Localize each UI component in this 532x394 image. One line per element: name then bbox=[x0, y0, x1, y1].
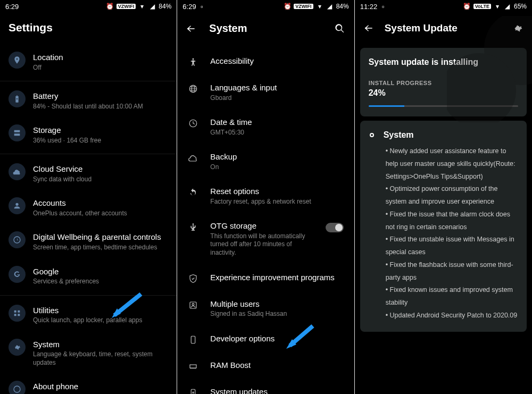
settings-item-location[interactable]: LocationOff bbox=[0, 45, 177, 79]
page-title: System Update bbox=[385, 22, 501, 34]
settings-item-system[interactable]: SystemLanguage & keyboard, time, reset, … bbox=[0, 332, 177, 374]
svg-rect-9 bbox=[190, 365, 196, 368]
item-title: Backup bbox=[210, 152, 343, 162]
system-list: Accessibility Languages & inputGboard Da… bbox=[177, 44, 354, 394]
item-subtitle: Quick launch, app locker, parallel apps bbox=[33, 316, 168, 325]
settings-item-storage[interactable]: Storage36% used · 164 GB free bbox=[0, 118, 177, 152]
system-item-accessibility[interactable]: Accessibility bbox=[177, 48, 354, 75]
changelog-section-title: System bbox=[384, 130, 414, 140]
usb-icon bbox=[188, 222, 198, 232]
item-subtitle: Signed in as Sadiq Hassan bbox=[210, 310, 343, 318]
svg-point-1 bbox=[14, 386, 20, 392]
changelog-list: • Newly added user assistance feature to… bbox=[368, 145, 519, 322]
page-title: Settings bbox=[0, 13, 177, 45]
changelog-item: • Newly added user assistance feature to… bbox=[386, 145, 519, 183]
install-progress-card: System update is installing INSTALL PROG… bbox=[360, 48, 527, 116]
back-icon[interactable] bbox=[363, 23, 374, 33]
accounts-icon bbox=[9, 197, 26, 214]
battery-percent: 84% bbox=[159, 3, 171, 10]
item-subtitle: Services & preferences bbox=[33, 278, 168, 286]
system-item-updates[interactable]: System updates bbox=[177, 379, 354, 394]
status-time: 6:29 bbox=[182, 3, 196, 11]
header: System bbox=[177, 13, 354, 44]
settings-item-cloud[interactable]: Cloud ServiceSync data with cloud bbox=[0, 156, 177, 190]
settings-item-battery[interactable]: Battery84% - Should last until about 10:… bbox=[0, 83, 177, 118]
changelog-item: • Optimized power consumption of the sys… bbox=[386, 183, 519, 208]
wifi-icon: ▾ bbox=[494, 3, 501, 10]
back-icon[interactable] bbox=[186, 23, 196, 34]
changelog-item: • Fixed the flashback issue with some th… bbox=[386, 259, 519, 284]
item-title: Battery bbox=[33, 91, 168, 102]
item-title: RAM Boost bbox=[210, 360, 343, 371]
system-item-reset[interactable]: Reset optionsFactory reset, apps & netwo… bbox=[177, 179, 354, 213]
system-item-backup[interactable]: BackupOn bbox=[177, 144, 354, 179]
network-badge: VoLTE bbox=[473, 4, 491, 9]
utilities-icon bbox=[9, 305, 26, 322]
reset-icon bbox=[188, 187, 198, 198]
system-item-ram[interactable]: RAM Boost bbox=[177, 353, 354, 379]
system-item-developer[interactable]: Developer options bbox=[177, 326, 354, 353]
changelog-item: • Fixed the issue that the alarm clock d… bbox=[386, 208, 519, 234]
item-subtitle: Factory reset, apps & network reset bbox=[210, 198, 343, 206]
item-subtitle: OnePlus account, other accounts bbox=[33, 209, 168, 218]
item-title: Languages & input bbox=[210, 82, 343, 93]
gear-icon[interactable] bbox=[512, 22, 523, 34]
settings-panel: 6:29 ⏰ VZWIFI ▾ ◢ 84% Settings LocationO… bbox=[0, 0, 177, 394]
settings-item-accounts[interactable]: AccountsOnePlus account, other accounts bbox=[0, 190, 177, 224]
changelog-item: • Fixed known issues and improved system… bbox=[386, 284, 519, 309]
item-subtitle: Screen time, app timers, bedtime schedul… bbox=[33, 244, 168, 252]
settings-item-utilities[interactable]: UtilitiesQuick launch, app locker, paral… bbox=[0, 298, 177, 332]
ram-icon bbox=[188, 361, 198, 372]
signal-icon: ◢ bbox=[148, 3, 156, 10]
item-subtitle: GMT+05:30 bbox=[210, 129, 343, 137]
item-subtitle: Off bbox=[33, 64, 168, 72]
users-icon bbox=[188, 300, 198, 311]
location-icon bbox=[9, 52, 26, 69]
item-title: About phone bbox=[33, 381, 168, 392]
system-item-users[interactable]: Multiple usersSigned in as Sadiq Hassan bbox=[177, 291, 354, 326]
item-title: Developer options bbox=[210, 333, 343, 344]
signal-icon: ◢ bbox=[504, 3, 511, 10]
progress-bar bbox=[369, 105, 518, 107]
item-subtitle: 84% - Should last until about 10:00 AM bbox=[33, 103, 168, 111]
cloud-icon bbox=[9, 163, 26, 180]
changelog-card: System • Newly added user assistance fea… bbox=[360, 121, 527, 332]
shield-icon bbox=[188, 273, 198, 284]
alarm-icon: ⏰ bbox=[463, 3, 471, 10]
otg-toggle[interactable] bbox=[326, 223, 344, 232]
status-bar: 6:29 ▫ ⏰ VZWIFI ▾ ◢ 84% bbox=[177, 0, 354, 13]
item-title: Multiple users bbox=[210, 299, 343, 309]
globe-icon bbox=[188, 83, 198, 94]
screenshot-icon: ▫ bbox=[198, 3, 206, 10]
system-panel: 6:29 ▫ ⏰ VZWIFI ▾ ◢ 84% System Accessibi… bbox=[177, 0, 354, 394]
item-title: System updates bbox=[210, 387, 343, 394]
google-icon bbox=[9, 266, 26, 283]
wifi-icon: ▾ bbox=[138, 3, 146, 10]
accessibility-icon bbox=[188, 57, 198, 68]
progress-value: 24% bbox=[369, 88, 518, 98]
system-item-languages[interactable]: Languages & inputGboard bbox=[177, 75, 354, 110]
battery-icon bbox=[9, 90, 26, 107]
settings-item-about[interactable]: About phoneOnePlus 7T bbox=[0, 374, 177, 394]
system-item-otg[interactable]: OTG storageThis function will be automat… bbox=[177, 213, 354, 264]
storage-icon bbox=[9, 124, 26, 141]
alarm-icon: ⏰ bbox=[106, 3, 114, 10]
search-icon[interactable] bbox=[334, 23, 346, 35]
progress-label: INSTALL PROGRESS bbox=[369, 80, 518, 86]
battery-percent: 84% bbox=[336, 3, 349, 10]
item-subtitle: Language & keyboard, time, reset, system… bbox=[33, 350, 168, 367]
settings-item-wellbeing[interactable]: Digital Wellbeing & parental controlsScr… bbox=[0, 224, 177, 258]
update-icon bbox=[188, 388, 198, 394]
item-subtitle: On bbox=[210, 163, 343, 172]
status-bar: 6:29 ⏰ VZWIFI ▾ ◢ 84% bbox=[0, 0, 177, 13]
divider bbox=[0, 295, 177, 296]
item-title: Google bbox=[33, 266, 168, 277]
system-item-experience[interactable]: Experience improvement programs bbox=[177, 265, 354, 291]
item-title: System bbox=[33, 339, 168, 350]
page-title: System bbox=[209, 22, 321, 35]
battery-percent: 65% bbox=[514, 3, 527, 10]
notification-icon: ▫ bbox=[379, 3, 387, 10]
item-subtitle: Gboard bbox=[210, 94, 343, 103]
system-item-datetime[interactable]: Date & timeGMT+05:30 bbox=[177, 110, 354, 144]
settings-item-google[interactable]: GoogleServices & preferences bbox=[0, 259, 177, 293]
